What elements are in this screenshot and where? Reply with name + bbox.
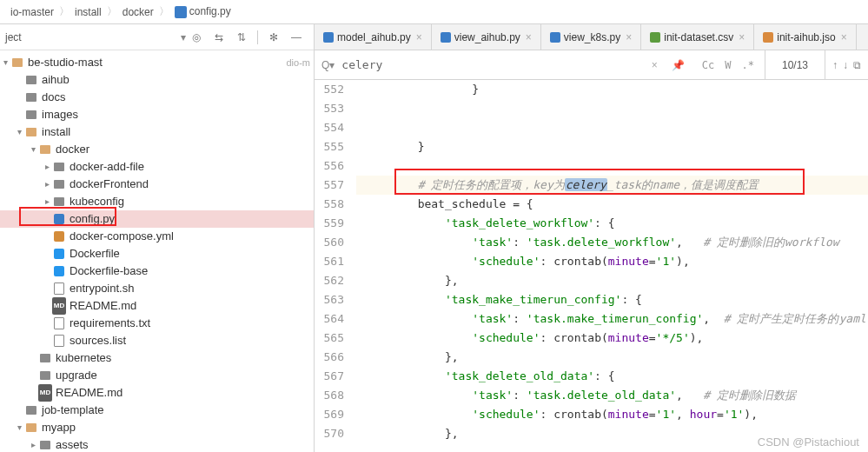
code-line[interactable]: 'task_delete_workflow': {	[356, 214, 868, 233]
tree-item[interactable]: ▸dockerFrontend	[0, 176, 314, 193]
find-option-cc[interactable]: Cc	[699, 57, 718, 73]
hide-icon[interactable]: —	[289, 30, 303, 44]
tree-item[interactable]: ▾install	[0, 123, 314, 141]
target-icon[interactable]: ◎	[189, 30, 203, 44]
editor-tab[interactable]: init-aihub.jso ×	[754, 24, 856, 50]
folder-icon	[38, 438, 52, 452]
sidebar-header: ject ▾ ◎ ⇆ ⇅ ✻ —	[0, 24, 314, 50]
gutter: 5525535545555565575585595605615625635645…	[315, 80, 356, 452]
code-line[interactable]: 'task': 'task.make_timerun_config', # 定时…	[356, 309, 868, 329]
tree-item[interactable]: upgrade	[0, 367, 314, 384]
chevron-right-icon: 〉	[105, 4, 119, 19]
code-editor[interactable]: 5525535545555565575585595605615625635645…	[315, 80, 868, 452]
code-line[interactable]: }	[356, 80, 868, 99]
breadcrumb-item[interactable]: docker	[119, 6, 157, 18]
tree-item[interactable]: requirements.txt	[0, 315, 314, 332]
code-line[interactable]: beat_schedule = {	[356, 195, 868, 214]
tree-item[interactable]: config.py	[0, 210, 314, 228]
code-line[interactable]: 'task_make_timerun_config': {	[356, 290, 868, 309]
code-body[interactable]: } } # 定时任务的配置项，key为celery_task的name，值是调度…	[356, 80, 868, 452]
pin-icon[interactable]: 📌	[665, 59, 692, 71]
code-line[interactable]: 'task_delete_old_data': {	[356, 367, 868, 386]
code-line[interactable]: },	[356, 271, 868, 290]
folder-icon	[52, 177, 66, 191]
tree-caret-icon[interactable]: ▸	[42, 193, 52, 210]
gear-icon[interactable]: ✻	[267, 30, 281, 44]
close-tab-icon[interactable]: ×	[626, 31, 632, 43]
code-line[interactable]: }	[356, 137, 868, 156]
code-line[interactable]: 'task': 'task.delete_old_data', # 定时删除旧数…	[356, 386, 868, 405]
code-line[interactable]: 'schedule': crontab(minute='*/5'),	[356, 329, 868, 348]
caret-down-icon[interactable]: ▾	[181, 31, 186, 43]
code-line[interactable]: # 定时任务的配置项，key为celery_task的name，值是调度配置	[356, 176, 868, 195]
tree-label: config.py	[70, 210, 115, 228]
filter-icon[interactable]: ⧉	[853, 59, 861, 71]
editor-tab[interactable]: view_k8s.py ×	[541, 24, 641, 50]
tree-item[interactable]: ▸kubeconfig	[0, 193, 314, 210]
tree-item[interactable]: ▸docker-add-file	[0, 158, 314, 176]
tree-label: install	[42, 123, 70, 141]
tree-label: docker	[56, 141, 89, 158]
prev-match-icon[interactable]: ↑	[832, 59, 838, 71]
tree-item[interactable]: ▸assets	[0, 436, 314, 452]
tree-caret-icon[interactable]: ▾	[14, 419, 24, 436]
tree-item[interactable]: job-template	[0, 402, 314, 419]
folder-icon	[38, 351, 52, 365]
tree-root-suffix: dio-m	[286, 54, 310, 71]
find-options: CcW.*	[692, 57, 765, 73]
tree-label: kubeconfig	[70, 193, 124, 210]
editor-tabs[interactable]: model_aihub.py ×view_aihub.py ×view_k8s.…	[315, 24, 868, 50]
breadcrumb-item[interactable]: config.py	[171, 5, 235, 18]
collapse-icon[interactable]: ⇆	[212, 30, 226, 44]
tree-caret-icon[interactable]: ▸	[28, 436, 38, 452]
tree-item[interactable]: docs	[0, 89, 314, 106]
expand-icon[interactable]: ⇅	[235, 30, 248, 44]
code-line[interactable]	[356, 99, 868, 118]
close-tab-icon[interactable]: ×	[841, 31, 847, 43]
tree-item[interactable]: aihub	[0, 71, 314, 89]
close-tab-icon[interactable]: ×	[416, 31, 422, 43]
breadcrumb-item[interactable]: install	[71, 6, 105, 18]
tree-caret-icon[interactable]: ▾	[14, 123, 24, 141]
project-tree[interactable]: ▾ be-studio-mast dio-m aihubdocsimages▾i…	[0, 50, 314, 452]
editor-tab[interactable]: init-dataset.csv ×	[641, 24, 754, 50]
next-match-icon[interactable]: ↓	[843, 59, 848, 71]
tree-item[interactable]: MDREADME.md	[0, 384, 314, 402]
tree-item[interactable]: kubernetes	[0, 349, 314, 367]
tree-item[interactable]: ▾docker	[0, 141, 314, 158]
clear-icon[interactable]: ×	[645, 59, 665, 71]
find-option-w[interactable]: W	[721, 57, 734, 73]
code-line[interactable]: 'schedule': crontab(minute='1', hour='1'…	[356, 405, 868, 424]
tree-caret-icon[interactable]: ▾	[28, 141, 38, 158]
tree-item[interactable]: ▾myapp	[0, 419, 314, 436]
tree-item[interactable]: docker-compose.yml	[0, 228, 314, 245]
tree-item[interactable]: images	[0, 106, 314, 123]
close-tab-icon[interactable]: ×	[739, 31, 745, 43]
tree-root[interactable]: ▾ be-studio-mast dio-m	[0, 54, 314, 71]
project-sidebar: ject ▾ ◎ ⇆ ⇅ ✻ — ▾ be-studio-mast dio-m …	[0, 24, 315, 452]
tree-label: README.md	[56, 384, 123, 402]
tree-item[interactable]: entrypoint.sh	[0, 280, 314, 297]
tree-item[interactable]: Dockerfile	[0, 245, 314, 263]
tree-label: upgrade	[56, 367, 97, 384]
find-input[interactable]	[341, 50, 645, 79]
close-tab-icon[interactable]: ×	[526, 31, 532, 43]
code-line[interactable]: },	[356, 424, 868, 443]
tree-item[interactable]: MDREADME.md	[0, 297, 314, 315]
breadcrumb: io-master〉install〉docker〉config.py	[0, 0, 868, 24]
tree-label: sources.list	[70, 332, 126, 349]
editor-tab[interactable]: view_aihub.py ×	[432, 24, 541, 50]
tree-item[interactable]: Dockerfile-base	[0, 263, 314, 280]
tree-caret-icon[interactable]: ▸	[42, 158, 52, 176]
code-line[interactable]: 'task': 'task.delete_workflow', # 定时删除旧的…	[356, 233, 868, 252]
code-line[interactable]	[356, 156, 868, 176]
code-line[interactable]	[356, 118, 868, 137]
editor-tab[interactable]: model_aihub.py ×	[315, 24, 432, 50]
breadcrumb-item[interactable]: io-master	[7, 6, 57, 18]
tree-item[interactable]: sources.list	[0, 332, 314, 349]
find-option-.*[interactable]: .*	[739, 57, 758, 73]
code-line[interactable]: 'schedule': crontab(minute='1'),	[356, 252, 868, 271]
code-line[interactable]: },	[356, 348, 868, 367]
tree-caret-icon[interactable]: ▸	[42, 176, 52, 193]
search-icon[interactable]: Q▾	[315, 59, 341, 71]
